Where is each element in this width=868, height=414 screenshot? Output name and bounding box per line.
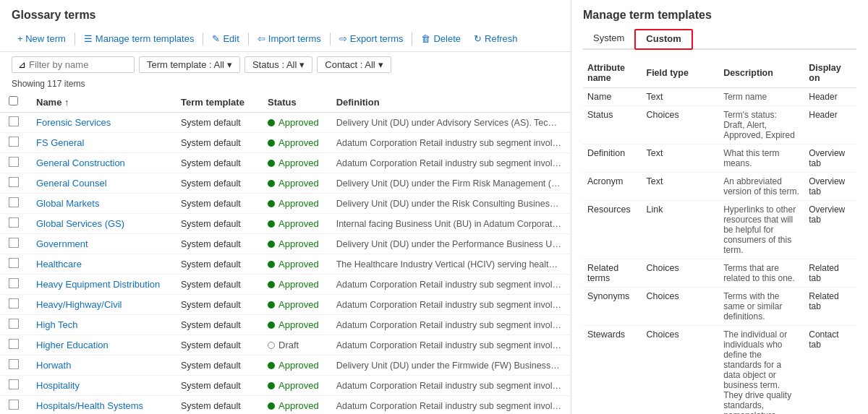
attr-description: Term's status: Draft, Alert, Approved, E… [719,106,804,145]
table-row: Horwath System default Approved Delivery… [0,355,571,376]
row-checkbox-cell[interactable] [0,153,27,173]
row-checkbox[interactable] [9,197,19,207]
row-checkbox-cell[interactable] [0,133,27,153]
row-checkbox-cell[interactable] [0,295,27,315]
status-dot-approved [268,200,275,207]
row-name-cell: Heavy Equipment Distribution [27,275,172,295]
attr-col-type: Field type [642,60,720,88]
row-name-link[interactable]: Hospitals/Health Systems [36,400,143,411]
row-checkbox[interactable] [9,400,19,410]
glossary-table: Name ↑ Term template Status Definition F… [0,92,571,414]
showing-count: Showing 117 items [0,77,571,92]
attr-description: Hyperlinks to other resources that will … [719,201,804,259]
row-checkbox-cell[interactable] [0,194,27,214]
attr-display: Overview tab [804,201,856,259]
row-checkbox-cell[interactable] [0,315,27,335]
row-template-cell: System default [172,254,259,275]
row-name-link[interactable]: Horwath [36,360,71,371]
filter-by-name-input[interactable] [29,59,123,70]
table-row: Healthcare System default Approved The H… [0,254,571,275]
table-row: General Construction System default Appr… [0,153,571,173]
row-checkbox-cell[interactable] [0,214,27,234]
tab-custom[interactable]: Custom [634,29,692,50]
row-checkbox-cell[interactable] [0,113,27,133]
row-definition-cell: Delivery Unit (DU) under Advisory Servic… [328,113,571,133]
row-name-link[interactable]: General Counsel [36,178,107,189]
row-definition-cell: The Healthcare Industry Vertical (HCIV) … [328,254,571,275]
row-checkbox-cell[interactable] [0,396,27,415]
row-name-link[interactable]: Government [36,238,88,249]
row-checkbox[interactable] [9,177,19,187]
filter-input-wrap[interactable]: ⊿ [12,56,135,73]
row-definition-cell: Adatum Corporation Retail industry sub s… [328,396,571,415]
row-name-link[interactable]: FS General [36,137,84,148]
row-name-link[interactable]: Hospitality [36,380,80,391]
contact-filter[interactable]: Contact : All ▾ [317,56,391,73]
select-all-checkbox[interactable] [9,96,18,105]
status-label: Approved [278,238,319,249]
row-name-cell: Hospitality [27,376,172,396]
row-checkbox[interactable] [9,278,19,288]
table-row: General Counsel System default Approved … [0,173,571,194]
row-checkbox-cell[interactable] [0,335,27,355]
row-checkbox-cell[interactable] [0,376,27,396]
page-title: Glossary terms [0,0,571,27]
row-checkbox-cell[interactable] [0,234,27,254]
row-checkbox[interactable] [9,238,19,248]
status-dot-approved [268,281,275,288]
import-terms-button[interactable]: ⇦ Import terms [252,30,327,47]
glossary-table-wrap: Name ↑ Term template Status Definition F… [0,92,571,414]
row-name-link[interactable]: General Construction [36,158,125,168]
row-checkbox[interactable] [9,339,19,349]
row-name-link[interactable]: Forensic Services [36,117,111,128]
attr-description: An abbreviated version of this term. [719,173,804,201]
delete-button[interactable]: 🗑 Delete [415,30,467,47]
row-checkbox[interactable] [9,137,19,147]
row-checkbox[interactable] [9,319,19,329]
row-checkbox[interactable] [9,258,19,268]
status-label: Approved [278,319,319,330]
status-dot-approved [268,160,275,167]
manage-term-templates-button[interactable]: ☰ Manage term templates [78,30,200,47]
new-term-button[interactable]: + New term [12,30,72,47]
table-row: Forensic Services System default Approve… [0,113,571,133]
row-checkbox[interactable] [9,359,19,369]
row-status-cell: Approved [259,133,328,153]
tab-system[interactable]: System [583,29,634,48]
row-template-cell: System default [172,315,259,335]
row-name-cell: FS General [27,133,172,153]
export-terms-button[interactable]: ⇨ Export terms [333,30,409,47]
row-name-link[interactable]: Heavy/Highway/Civil [36,299,122,310]
row-name-link[interactable]: Global Markets [36,198,99,209]
row-name-link[interactable]: Higher Education [36,340,109,350]
row-checkbox[interactable] [9,116,19,126]
attr-display: Header [804,106,856,145]
status-filter[interactable]: Status : All ▾ [244,56,312,73]
row-name-link[interactable]: High Tech [36,319,78,330]
row-checkbox[interactable] [9,217,19,228]
row-status-cell: Draft [259,335,328,355]
row-name-link[interactable]: Healthcare [36,259,82,269]
row-checkbox-cell[interactable] [0,275,27,295]
attr-display: Related tab [804,288,856,326]
edit-button[interactable]: ✎ Edit [206,30,244,47]
row-checkbox-cell[interactable] [0,355,27,376]
row-checkbox[interactable] [9,379,19,389]
attr-table-row: Acronym Text An abbreviated version of t… [583,173,856,201]
term-template-filter[interactable]: Term template : All ▾ [139,56,240,73]
row-checkbox[interactable] [9,298,19,309]
row-checkbox-cell[interactable] [0,254,27,275]
attr-description: Terms with the same or similar definitio… [719,288,804,326]
refresh-button[interactable]: ↻ Refresh [468,30,524,47]
col-name[interactable]: Name ↑ [27,92,172,113]
col-template: Term template [172,92,259,113]
status-dot-approved [268,119,275,126]
col-checkbox[interactable] [0,92,27,113]
attr-name: Resources [583,201,642,259]
row-checkbox-cell[interactable] [0,173,27,194]
row-name-link[interactable]: Heavy Equipment Distribution [36,279,160,290]
row-name-link[interactable]: Global Services (GS) [36,218,124,229]
filter-row: ⊿ Term template : All ▾ Status : All ▾ C… [0,52,571,77]
row-checkbox[interactable] [9,157,19,167]
table-row: Global Services (GS) System default Appr… [0,214,571,234]
